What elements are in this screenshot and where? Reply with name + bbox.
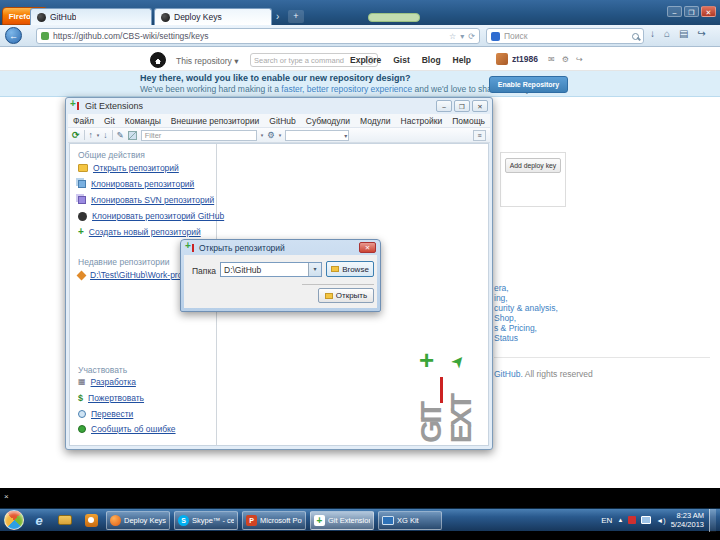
close-overlay-icon[interactable]: × bbox=[4, 492, 9, 501]
start-button[interactable] bbox=[4, 510, 24, 530]
search-icon[interactable] bbox=[632, 33, 639, 40]
path-combo[interactable]: D:\GitHub ▾ bbox=[220, 262, 322, 277]
task-firefox[interactable]: Deploy Keys - Mo... bbox=[106, 511, 170, 530]
search-bar[interactable]: Поиск bbox=[486, 28, 644, 44]
clock[interactable]: 8:23 AM 5/24/2013 bbox=[671, 511, 704, 530]
clone-repository-link[interactable]: Клонировать репозиторий bbox=[78, 179, 194, 189]
link-label[interactable]: Пожертвовать bbox=[88, 393, 144, 403]
clone-svn-repository-link[interactable]: Клонировать SVN репозиторий bbox=[78, 195, 214, 205]
share-icon[interactable]: ↪ bbox=[698, 28, 706, 39]
new-tab-button[interactable]: + bbox=[288, 10, 304, 23]
close-button[interactable]: ✕ bbox=[359, 242, 376, 253]
task-git-extensions[interactable]: + Git Extensions bbox=[310, 511, 374, 530]
link-label[interactable]: Клонировать репозиторий GitHub bbox=[92, 211, 224, 221]
add-deploy-key-button[interactable]: Add deploy key bbox=[505, 158, 561, 173]
translate-link[interactable]: Перевести bbox=[78, 409, 133, 419]
pull-icon[interactable]: ↑ bbox=[89, 130, 93, 140]
chevron-down-icon[interactable]: ▾ bbox=[261, 132, 264, 138]
bookmarks-icon[interactable]: ▤ bbox=[679, 28, 688, 39]
internet-explorer-icon[interactable]: e bbox=[28, 511, 50, 530]
footer-link-fragment[interactable]: Shop, bbox=[494, 313, 516, 323]
nav-link-gist[interactable]: Gist bbox=[393, 55, 410, 65]
enable-repository-button[interactable]: Enable Repository Next bbox=[489, 76, 568, 93]
branch-combo[interactable] bbox=[285, 130, 349, 141]
network-tray-icon[interactable] bbox=[641, 516, 651, 524]
link-label[interactable]: Разработка bbox=[91, 377, 136, 387]
bookmark-star-icon[interactable]: ☆ bbox=[449, 32, 456, 41]
toolbar-options-button[interactable]: ≡ bbox=[473, 130, 486, 141]
ge-titlebar[interactable]: Git Extensions – ❐ ✕ bbox=[66, 98, 492, 114]
maximize-button[interactable]: ❐ bbox=[454, 100, 470, 112]
show-desktop-button[interactable] bbox=[709, 509, 716, 532]
hidden-icons-chevron[interactable]: ▲ bbox=[617, 517, 623, 523]
tab-overflow-icon[interactable]: › bbox=[276, 11, 279, 22]
tab-deploy-keys[interactable]: Deploy Keys bbox=[154, 8, 272, 25]
link-label[interactable]: Создать новый репозиторий bbox=[89, 227, 201, 237]
menu-submodules[interactable]: Субмодули bbox=[306, 116, 350, 126]
minimize-button[interactable]: – bbox=[436, 100, 452, 112]
footer-link-fragment[interactable]: Status bbox=[494, 333, 518, 343]
open-repository-link[interactable]: Открыть репозиторий bbox=[78, 163, 179, 173]
link-label[interactable]: Клонировать SVN репозиторий bbox=[91, 195, 214, 205]
url-bar[interactable]: https://github.com/CBS-wiki/settings/key… bbox=[36, 28, 480, 44]
chevron-down-icon[interactable]: ▾ bbox=[97, 132, 100, 138]
browse-button[interactable]: Browse bbox=[326, 261, 374, 277]
notifications-icon[interactable]: ✉ bbox=[548, 55, 555, 64]
refresh-icon[interactable]: ⟳ bbox=[72, 130, 80, 140]
gear-icon[interactable]: ⚙ bbox=[267, 130, 275, 140]
open-button[interactable]: Открыть bbox=[318, 288, 374, 303]
maximize-button[interactable]: ❐ bbox=[684, 6, 699, 17]
donate-link[interactable]: $ Пожертвовать bbox=[78, 393, 144, 403]
home-icon[interactable]: ⌂ bbox=[664, 28, 670, 39]
menu-remotes[interactable]: Внешние репозитории bbox=[171, 116, 260, 126]
chevron-down-icon[interactable]: ▾ bbox=[308, 263, 321, 276]
footer-link-fragment[interactable]: ing, bbox=[494, 293, 508, 303]
nav-link-blog[interactable]: Blog bbox=[422, 55, 441, 65]
report-issue-link[interactable]: Сообщить об ошибке bbox=[78, 424, 176, 434]
close-button[interactable]: ✕ bbox=[701, 6, 716, 17]
reload-icon[interactable]: ⟳ bbox=[468, 32, 475, 41]
menu-file[interactable]: Файл bbox=[73, 116, 94, 126]
url-dropdown-icon[interactable]: ▾ bbox=[460, 32, 464, 41]
menu-help[interactable]: Помощь bbox=[452, 116, 485, 126]
create-repository-link[interactable]: + Создать новый репозиторий bbox=[78, 227, 201, 237]
banner-link[interactable]: faster, better repository experience bbox=[281, 84, 412, 94]
close-button[interactable]: ✕ bbox=[472, 100, 488, 112]
link-label[interactable]: Сообщить об ошибке bbox=[91, 424, 176, 434]
minimize-button[interactable]: – bbox=[667, 6, 682, 17]
nav-link-help[interactable]: Help bbox=[453, 55, 471, 65]
menu-commands[interactable]: Команды bbox=[125, 116, 161, 126]
task-powerpoint[interactable]: P Microsoft PowerP... bbox=[242, 511, 306, 530]
language-indicator[interactable]: EN bbox=[601, 516, 612, 525]
downloads-icon[interactable]: ↓ bbox=[650, 28, 655, 39]
link-label[interactable]: Клонировать репозиторий bbox=[91, 179, 194, 189]
chevron-down-icon[interactable]: ▾ bbox=[279, 132, 282, 138]
menu-plugins[interactable]: Модули bbox=[360, 116, 390, 126]
menu-github[interactable]: GitHub bbox=[269, 116, 295, 126]
nav-link-explore[interactable]: Explore bbox=[350, 55, 381, 65]
menu-git[interactable]: Git bbox=[104, 116, 115, 126]
footer-link-fragment[interactable]: curity & analysis, bbox=[494, 303, 558, 313]
tab-github[interactable]: GitHub bbox=[30, 8, 152, 25]
dialog-titlebar[interactable]: Открыть репозиторий ✕ bbox=[181, 240, 380, 255]
link-label[interactable]: Перевести bbox=[91, 409, 133, 419]
link-label[interactable]: Открыть репозиторий bbox=[93, 163, 179, 173]
antivirus-tray-icon[interactable] bbox=[628, 516, 636, 524]
menu-settings[interactable]: Настройки bbox=[401, 116, 443, 126]
task-vm-window[interactable]: XG Kit bbox=[378, 511, 442, 530]
footer-link-fragment[interactable]: s & Pricing, bbox=[494, 323, 537, 333]
settings-icon[interactable]: ⚙ bbox=[562, 55, 569, 64]
commit-icon[interactable]: ✎ bbox=[117, 130, 124, 140]
explorer-folder-icon[interactable] bbox=[54, 511, 76, 530]
task-skype[interactable]: S Skype™ - сеанс... bbox=[174, 511, 238, 530]
avatar[interactable] bbox=[496, 53, 508, 65]
back-button[interactable]: ← bbox=[5, 27, 22, 44]
media-player-icon[interactable] bbox=[80, 511, 102, 530]
clone-github-repository-link[interactable]: Клонировать репозиторий GitHub bbox=[78, 211, 224, 221]
repo-scope-dropdown[interactable]: This repository ▾ bbox=[176, 56, 238, 66]
develop-link[interactable]: ▦ Разработка bbox=[78, 377, 136, 387]
footer-link-fragment[interactable]: era, bbox=[494, 283, 509, 293]
github-footer-link[interactable]: GitHub. bbox=[494, 369, 523, 379]
volume-tray-icon[interactable]: ◄) bbox=[656, 517, 665, 524]
search-engine-icon[interactable] bbox=[491, 32, 500, 41]
